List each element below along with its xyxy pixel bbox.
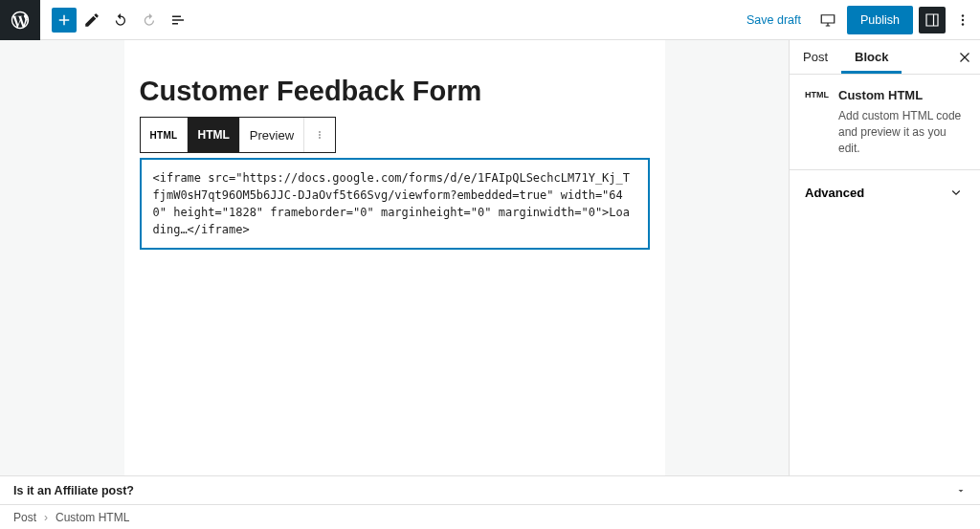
caret-down-icon [955, 485, 967, 496]
block-type-button[interactable]: HTML [141, 118, 189, 152]
list-view-icon [169, 11, 187, 29]
settings-sidebar-button[interactable] [919, 7, 946, 33]
close-sidebar-button[interactable] [949, 40, 980, 74]
advanced-label: Advanced [805, 186, 864, 200]
affiliate-metabox[interactable]: Is it an Affiliate post? [0, 475, 980, 504]
custom-html-textarea[interactable]: <iframe src="https://docs.google.com/for… [140, 158, 650, 250]
preview-mode-button[interactable]: Preview [240, 118, 304, 152]
html-mode-button[interactable]: HTML [188, 118, 239, 152]
editor-canvas[interactable]: Customer Feedback Form HTML HTML Preview… [124, 40, 665, 475]
editor-canvas-area: Customer Feedback Form HTML HTML Preview… [0, 40, 789, 475]
editor-topbar: Save draft Publish [0, 0, 980, 40]
block-toolbar: HTML HTML Preview [140, 117, 337, 153]
redo-button[interactable] [136, 7, 163, 33]
breadcrumb-root[interactable]: Post [13, 511, 36, 524]
sidebar-icon [924, 11, 941, 29]
sidebar-tabs: Post Block [790, 40, 980, 75]
svg-point-0 [962, 14, 964, 16]
block-info-panel: HTML Custom HTML Add custom HTML code an… [790, 75, 980, 170]
publish-button[interactable]: Publish [847, 6, 913, 34]
chevron-down-icon [947, 184, 965, 201]
close-icon [956, 49, 973, 66]
svg-point-1 [962, 18, 964, 20]
block-type-title: Custom HTML [838, 88, 965, 102]
pencil-icon [83, 11, 100, 29]
save-draft-button[interactable]: Save draft [739, 8, 809, 33]
toolbar-right: Save draft Publish [739, 6, 980, 34]
preview-button[interactable] [814, 7, 841, 33]
toolbar-left [40, 7, 191, 33]
wordpress-icon [10, 10, 31, 31]
plus-icon [56, 11, 73, 29]
more-vertical-icon [314, 126, 325, 143]
advanced-panel-toggle[interactable]: Advanced [790, 170, 980, 214]
tools-button[interactable] [78, 7, 105, 33]
wordpress-logo[interactable] [0, 0, 40, 40]
settings-sidebar: Post Block HTML Custom HTML Add custom H… [789, 40, 980, 475]
tab-post[interactable]: Post [790, 40, 841, 74]
tab-block[interactable]: Block [841, 40, 902, 74]
add-block-button[interactable] [52, 8, 77, 33]
block-more-button[interactable] [304, 118, 335, 152]
editor-main: Customer Feedback Form HTML HTML Preview… [0, 40, 980, 475]
undo-button[interactable] [107, 7, 134, 33]
desktop-icon [819, 11, 836, 29]
post-title[interactable]: Customer Feedback Form [124, 75, 665, 108]
document-overview-button[interactable] [165, 7, 191, 33]
block-type-desc: Add custom HTML code and preview it as y… [838, 108, 965, 156]
affiliate-label: Is it an Affiliate post? [13, 484, 134, 497]
block-breadcrumb: Post › Custom HTML [0, 504, 980, 529]
chevron-right-icon: › [44, 511, 48, 524]
html-icon: HTML [805, 88, 829, 99]
breadcrumb-current: Custom HTML [56, 511, 129, 524]
undo-icon [112, 11, 129, 29]
svg-point-3 [319, 131, 320, 132]
more-options-button[interactable] [951, 7, 974, 33]
redo-icon [141, 11, 158, 29]
svg-point-4 [319, 134, 320, 135]
svg-point-5 [319, 137, 320, 138]
svg-point-2 [962, 23, 964, 25]
more-vertical-icon [954, 11, 971, 29]
